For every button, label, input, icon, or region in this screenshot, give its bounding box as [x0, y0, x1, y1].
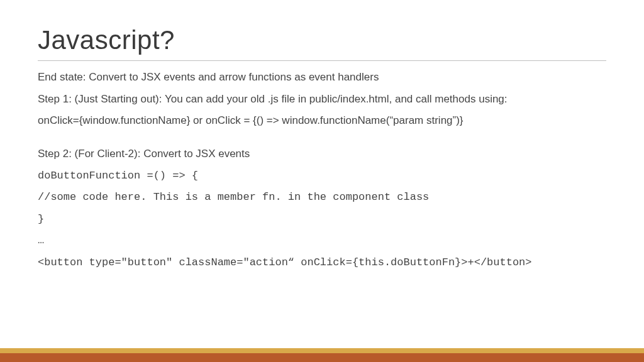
footer-bar-top — [0, 348, 644, 353]
slide-body: End state: Convert to JSX events and arr… — [38, 70, 606, 271]
spacer — [38, 135, 606, 146]
footer-bar-bottom — [0, 353, 644, 362]
line-step-1: Step 1: (Just Starting out): You can add… — [38, 92, 606, 107]
line-onclick-old: onClick={window.functionName} or onClick… — [38, 113, 606, 129]
code-line-1: doButtonFunction =() => { — [38, 168, 606, 184]
code-line-4: … — [38, 233, 606, 249]
code-line-2: //some code here. This is a member fn. i… — [38, 190, 606, 206]
line-end-state: End state: Convert to JSX events and arr… — [38, 70, 606, 85]
slide-title: Javascript? — [38, 25, 606, 55]
footer-accent — [0, 348, 644, 362]
line-step-2: Step 2: (For Client-2): Convert to JSX e… — [38, 146, 606, 162]
title-rule — [38, 60, 606, 61]
code-line-3: } — [38, 212, 606, 228]
code-line-5: <button type="button" className="action“… — [38, 255, 606, 271]
slide-container: Javascript? End state: Convert to JSX ev… — [0, 0, 644, 362]
